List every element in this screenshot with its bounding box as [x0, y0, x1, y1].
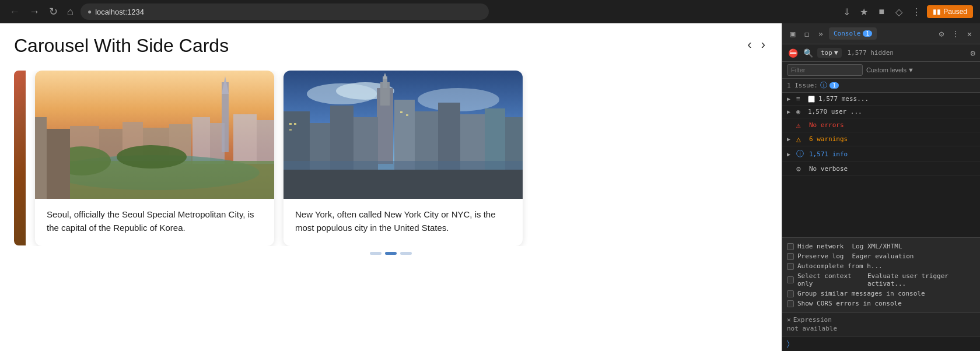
console-tab-label: Console — [834, 30, 860, 37]
devtools-panel: ▣ ◻ » Console 1 ⚙ ⋮ ✕ ⛔ 🔍 top ▼ 1,577 hi… — [782, 23, 980, 351]
prompt-arrow: 〉 — [787, 339, 790, 349]
console-settings-icon[interactable]: ⚙ — [971, 48, 975, 58]
devtools-filter-bar: Custom levels ▼ — [782, 62, 980, 79]
more-tabs-icon[interactable]: » — [815, 28, 827, 40]
paused-label: Paused — [943, 8, 967, 16]
download-icon[interactable]: ⇓ — [839, 5, 853, 19]
paused-button[interactable]: ▮▮ Paused — [927, 5, 973, 18]
clear-console-icon[interactable]: ⛔ — [787, 47, 799, 59]
menu-icon[interactable]: ⋮ — [909, 5, 923, 19]
setting-select-context: Select context only Evaluate user trigge… — [787, 271, 975, 289]
svg-point-15 — [117, 145, 187, 169]
devtools-log: ▶ ≡ 1,577 mess... ▶ ◉ 1,570 user ... ⚠ N… — [782, 93, 980, 237]
card-image-newyork — [284, 71, 523, 199]
expression-label: Expression — [793, 316, 832, 324]
home-button[interactable]: ⌂ — [65, 5, 76, 18]
paused-icon: ▮▮ — [933, 8, 941, 16]
issues-count: 1 — [830, 82, 839, 89]
filter-input[interactable] — [787, 64, 863, 76]
puzzle-icon[interactable]: ◇ — [892, 5, 906, 19]
checkbox-preserve[interactable] — [787, 253, 794, 260]
svg-rect-4 — [210, 123, 225, 164]
context-label: top — [821, 49, 832, 57]
custom-levels-label: Custom levels — [866, 66, 907, 73]
back-button[interactable]: ← — [7, 5, 22, 18]
forward-button[interactable]: → — [27, 5, 42, 18]
page-content: Carousel With Side Cards ‹ › — [0, 23, 782, 351]
setting-cors: Show CORS errors in console — [787, 299, 975, 308]
log-text-3: 6 warnings — [809, 135, 975, 143]
checkbox-hide-network[interactable] — [787, 243, 794, 250]
info-icon: ⓘ — [796, 149, 806, 159]
card-seoul: Seoul, officially the Seoul Special Metr… — [35, 71, 274, 246]
console-prompt-row: 〉 — [787, 339, 975, 349]
custom-levels-chevron: ▼ — [908, 66, 914, 73]
log-row-messages[interactable]: ▶ ≡ 1,577 mess... — [782, 93, 980, 106]
log-row-warnings[interactable]: ▶ △ 6 warnings — [782, 132, 980, 146]
address-bar[interactable]: ● localhost:1234 — [80, 3, 489, 20]
page-title: Carousel With Side Cards — [14, 35, 768, 57]
dot-0[interactable] — [370, 252, 382, 255]
row-checkbox-0[interactable] — [808, 96, 815, 103]
extension-icon[interactable]: ■ — [874, 5, 888, 19]
label-hide-network: Hide network — [797, 243, 844, 250]
carousel-next-button[interactable]: › — [759, 35, 768, 55]
settings-dt-icon[interactable]: ⚙ — [936, 28, 947, 40]
log-text-4: 1,571 info — [809, 150, 975, 158]
setting-autocomplete: Autocomplete from h... — [787, 261, 975, 271]
context-chevron: ▼ — [834, 49, 838, 57]
verbose-icon: ⚙ — [796, 164, 806, 173]
close-dt-icon[interactable]: ✕ — [964, 28, 975, 40]
warning-icon: △ — [796, 135, 806, 143]
carousel-dots — [14, 252, 768, 255]
card-image-seoul — [35, 71, 274, 199]
cursor-icon[interactable]: ▣ — [787, 28, 799, 40]
dot-2[interactable] — [400, 252, 412, 255]
settings-right-panel: Hide network Log XML/XHTML Preserve log … — [782, 237, 980, 312]
error-icon: ⚠ — [796, 121, 806, 129]
expand-icon-3: ▶ — [787, 136, 793, 142]
checkbox-cors[interactable] — [787, 300, 794, 307]
user-icon: ◉ — [796, 108, 804, 115]
log-text-0: 1,577 mess... — [818, 95, 975, 103]
checkbox-autocomplete[interactable] — [787, 263, 794, 270]
hidden-count: 1,577 hidden — [848, 49, 894, 57]
checkbox-select-context[interactable] — [787, 276, 794, 283]
svg-rect-17 — [35, 117, 47, 199]
custom-levels-button[interactable]: Custom levels ▼ — [866, 66, 914, 73]
chrome-actions: ⇓ ★ ■ ◇ ⋮ ▮▮ Paused — [839, 5, 973, 19]
expression-close-icon[interactable]: ✕ — [787, 316, 791, 324]
card-text-newyork: New York, often called New York City or … — [284, 199, 523, 246]
filter-icon[interactable]: 🔍 — [802, 47, 814, 59]
setting-hide-network: Hide network Log XML/XHTML — [787, 241, 975, 251]
checkbox-group-similar[interactable] — [787, 290, 794, 297]
log-row-errors[interactable]: ⚠ No errors — [782, 118, 980, 132]
log-row-user[interactable]: ▶ ◉ 1,570 user ... — [782, 106, 980, 118]
carousel-prev-button[interactable]: ‹ — [745, 35, 754, 55]
cards-container: Seoul, officially the Seoul Special Metr… — [14, 71, 768, 246]
reload-button[interactable]: ↻ — [47, 5, 60, 18]
console-badge: 1 — [863, 30, 872, 37]
log-row-verbose[interactable]: ⚙ No verbose — [782, 162, 980, 176]
expand-icon-4: ▶ — [787, 151, 793, 157]
label-autocomplete: Autocomplete from h... — [797, 262, 883, 270]
more-options-icon[interactable]: ⋮ — [950, 28, 961, 40]
log-row-info[interactable]: ▶ ⓘ 1,571 info — [782, 146, 980, 162]
console-tab[interactable]: Console 1 — [829, 27, 877, 40]
svg-rect-36 — [289, 123, 292, 125]
setting-group-similar: Group similar messages in console — [787, 289, 975, 299]
issues-bar: 1 Issue: ⓘ 1 — [782, 79, 980, 93]
svg-rect-40 — [406, 114, 408, 116]
log-text-2: No errors — [809, 121, 975, 129]
context-selector[interactable]: top ▼ — [817, 48, 842, 58]
main-container: Carousel With Side Cards ‹ › — [0, 23, 980, 351]
seoul-cityscape — [35, 71, 274, 199]
dot-1[interactable] — [385, 252, 397, 255]
device-icon[interactable]: ◻ — [801, 28, 813, 40]
carousel-nav-buttons: ‹ › — [745, 35, 768, 55]
expand-icon-0: ▶ — [787, 96, 793, 102]
expression-panel: ✕ Expression not available — [782, 312, 980, 336]
svg-rect-42 — [284, 170, 523, 199]
list-icon-0: ≡ — [796, 95, 804, 103]
star-icon[interactable]: ★ — [857, 5, 871, 19]
